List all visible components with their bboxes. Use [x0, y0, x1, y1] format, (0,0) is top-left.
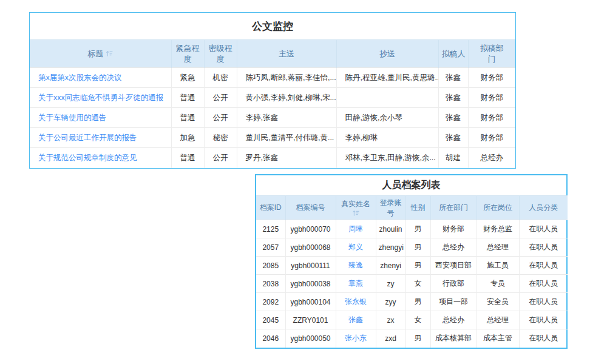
person-col-code: 档案编号: [285, 196, 336, 220]
secrecy-cell: 机密: [204, 68, 237, 88]
category-cell: 在职人员: [519, 238, 568, 257]
gender-cell: 男: [405, 293, 430, 311]
table-row: 关于公司最近工作开展的报告 加急 秘密 董川民,董清平,付伟璐,黄... 李婷,…: [30, 128, 515, 148]
archive-id-cell: 2125: [256, 220, 285, 238]
archive-id-cell: 2038: [256, 275, 285, 293]
post-cell: 总经理: [476, 311, 519, 329]
dept-cell: 财务部: [468, 68, 515, 88]
person-name-link[interactable]: 周琳: [336, 220, 376, 238]
to-cell: 罗丹,张鑫: [237, 148, 336, 168]
dept-cell: 西安项目部: [430, 257, 476, 275]
cc-cell: 田静,游恢,余小琴: [336, 108, 438, 128]
archive-code-cell: ygbh000111: [285, 257, 336, 275]
dept-cell: 财务部: [468, 108, 515, 128]
person-name-link[interactable]: 臻逸: [336, 257, 376, 275]
archive-id-cell: 2092: [256, 293, 285, 311]
sort-icon[interactable]: [352, 209, 359, 217]
post-cell: 安全员: [476, 293, 519, 311]
archive-id-cell: 2045: [256, 311, 285, 329]
doc-col-drafter-label: 拟稿人: [442, 49, 466, 58]
post-cell: 总经理: [476, 238, 519, 257]
person-col-account-label: 登录账号: [380, 198, 402, 217]
to-cell: 董川民,董清平,付伟璐,黄...: [237, 128, 336, 148]
person-col-code-label: 档案编号: [296, 203, 325, 212]
person-name-link[interactable]: 张小东: [336, 329, 376, 348]
urgency-cell: 普通: [171, 108, 204, 128]
doc-title-link[interactable]: 关于车辆使用的通告: [30, 108, 171, 128]
doc-header-row: 标题 紧急程度 密级程度 主送 抄送 拟稿人 拟稿部门: [30, 40, 515, 68]
personnel-archive-table: 档案ID 档案编号 真实姓名 登录账号 性别 所在部门: [256, 195, 568, 348]
account-cell: zyy: [376, 293, 405, 311]
to-cell: 黄小强,李婷,刘健,柳琳,宋...: [237, 88, 336, 108]
person-col-dept: 所在部门: [430, 196, 476, 220]
table-row: 关于xxx同志临危不惧勇斗歹徒的通报 普通 公开 黄小强,李婷,刘健,柳琳,宋.…: [30, 88, 515, 108]
table-row: 2092 ygbh000104 张永银 zyy 男 项目一部 安全员 在职人员: [256, 293, 568, 311]
secrecy-cell: 公开: [204, 88, 237, 108]
person-col-name-label: 真实姓名: [341, 199, 370, 209]
drafter-cell: 张鑫: [438, 128, 468, 148]
table-row: 2045 ZZRY0101 张鑫 zx 女 总经办 总经理 在职人员: [256, 311, 568, 329]
archive-code-cell: ygbh000070: [285, 220, 336, 238]
table-row: 关于规范公司规章制度的意见 普通 公开 罗丹,张鑫 邓林,李卫东,田静,游恢,余…: [30, 148, 515, 168]
dept-cell: 总经办: [468, 148, 515, 168]
to-cell: 陈巧凤,断郎,蒋丽,李佳怡,...: [237, 68, 336, 88]
archive-code-cell: ygbh000068: [285, 238, 336, 257]
person-col-gender-label: 性别: [411, 203, 426, 212]
doc-col-cc-label: 抄送: [379, 49, 395, 58]
category-cell: 在职人员: [519, 329, 568, 348]
person-col-category-label: 人员分类: [529, 203, 558, 212]
doc-title-link[interactable]: 关于xxx同志临危不惧勇斗歹徒的通报: [30, 88, 171, 108]
doc-title-link[interactable]: 关于规范公司规章制度的意见: [30, 148, 171, 168]
urgency-cell: 普通: [171, 148, 204, 168]
table-row: 2057 ygbh000068 郑义 zhengyi 男 总经办 总经理 在职人…: [256, 238, 568, 257]
category-cell: 在职人员: [519, 220, 568, 238]
drafter-cell: 张鑫: [438, 88, 468, 108]
dept-cell: 成本核算部: [430, 329, 476, 348]
gender-cell: 男: [405, 220, 430, 238]
person-col-name[interactable]: 真实姓名: [336, 196, 376, 220]
person-col-gender: 性别: [405, 196, 430, 220]
dept-cell: 总经办: [430, 238, 476, 257]
person-col-id: 档案ID: [256, 196, 285, 220]
category-cell: 在职人员: [519, 293, 568, 311]
archive-id-cell: 2057: [256, 238, 285, 257]
doc-col-dept: 拟稿部门: [468, 40, 515, 68]
person-col-category: 人员分类: [519, 196, 568, 220]
cc-cell: 邓林,李卫东,田静,游恢,余...: [336, 148, 438, 168]
table-row: 2125 ygbh000070 周琳 zhoulin 男 财务部 财务总监 在职…: [256, 220, 568, 238]
doc-col-title[interactable]: 标题: [30, 40, 171, 68]
drafter-cell: 胡建: [438, 148, 468, 168]
table-row: 第x届第x次股东会的决议 紧急 机密 陈巧凤,断郎,蒋丽,李佳怡,... 陈丹,…: [30, 68, 515, 88]
gender-cell: 男: [405, 329, 430, 348]
person-name-link[interactable]: 张永银: [336, 293, 376, 311]
urgency-cell: 加急: [171, 128, 204, 148]
sort-icon[interactable]: [106, 50, 113, 57]
gender-cell: 男: [405, 257, 430, 275]
person-name-link[interactable]: 张鑫: [336, 311, 376, 329]
personnel-archive-panel: 人员档案列表 档案ID 档案编号 真实姓名: [255, 174, 568, 349]
dept-cell: 总经办: [430, 311, 476, 329]
person-name-link[interactable]: 郑义: [336, 238, 376, 257]
doc-title-link[interactable]: 关于公司最近工作开展的报告: [30, 128, 171, 148]
doc-col-drafter: 拟稿人: [438, 40, 468, 68]
archive-code-cell: ygbh000050: [285, 329, 336, 348]
archive-code-cell: ygbh000038: [285, 275, 336, 293]
secrecy-cell: 公开: [204, 148, 237, 168]
account-cell: zx: [376, 311, 405, 329]
archive-code-cell: ZZRY0101: [285, 311, 336, 329]
urgency-cell: 紧急: [171, 68, 204, 88]
post-cell: 施工员: [476, 257, 519, 275]
to-cell: 李婷,张鑫: [237, 108, 336, 128]
cc-cell: 李婷,柳琳: [336, 128, 438, 148]
dept-cell: 财务部: [430, 220, 476, 238]
account-cell: zxd: [376, 329, 405, 348]
personnel-archive-title: 人员档案列表: [256, 175, 566, 195]
post-cell: 财务总监: [476, 220, 519, 238]
category-cell: 在职人员: [519, 257, 568, 275]
account-cell: zhengyi: [376, 238, 405, 257]
account-cell: zhoulin: [376, 220, 405, 238]
secrecy-cell: 公开: [204, 108, 237, 128]
doc-title-link[interactable]: 第x届第x次股东会的决议: [30, 68, 171, 88]
person-name-link[interactable]: 章燕: [336, 275, 376, 293]
document-monitor-title: 公文监控: [30, 13, 515, 39]
